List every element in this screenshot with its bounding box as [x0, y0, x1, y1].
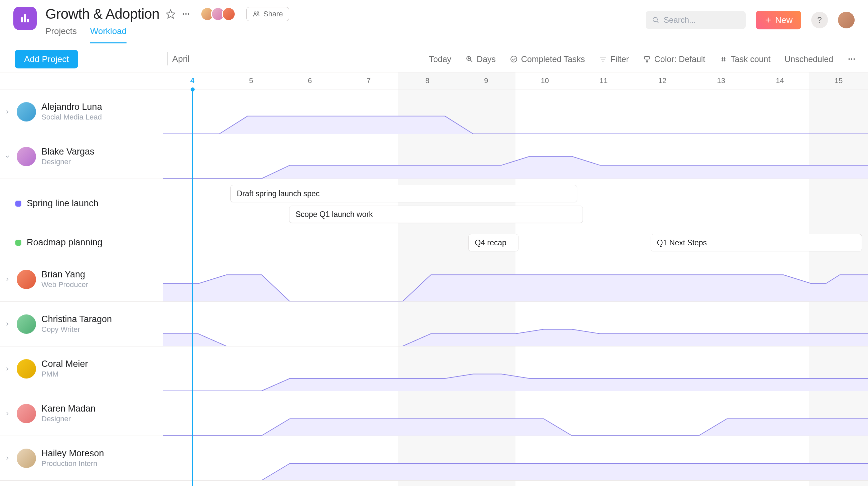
task-card[interactable]: Q1 Next Steps	[651, 234, 862, 251]
unassigned-row[interactable]: Unassigned	[0, 481, 163, 486]
timeline-lane[interactable]: Q4 recapQ1 Next Steps	[163, 228, 868, 257]
date-cell: 11	[574, 72, 633, 89]
timeline-lane[interactable]	[163, 391, 868, 436]
page-title: Growth & Adoption	[45, 6, 160, 22]
expand-toggle[interactable]	[3, 154, 11, 160]
person-row[interactable]: Blake Vargas Designer	[0, 134, 163, 179]
unscheduled-button[interactable]: Unscheduled	[784, 55, 833, 64]
svg-point-27	[848, 58, 850, 60]
expand-toggle[interactable]	[3, 277, 11, 282]
person-info: Coral Meier PMM	[41, 359, 88, 379]
check-circle-icon	[510, 55, 518, 63]
star-button[interactable]	[165, 9, 176, 19]
expand-toggle[interactable]	[3, 411, 11, 417]
workload-curve	[163, 257, 868, 301]
color-label: Color: Default	[654, 55, 705, 64]
toolbar-more-button[interactable]	[847, 55, 856, 63]
expand-toggle[interactable]	[3, 455, 11, 461]
task-card[interactable]: Q4 recap	[468, 234, 519, 251]
task-card[interactable]: Scope Q1 launch work	[289, 205, 583, 223]
timeline-lane[interactable]	[163, 436, 868, 481]
person-role: Designer	[41, 415, 95, 423]
person-info: Brian Yang Web Producer	[41, 269, 88, 289]
timeline-lane[interactable]	[163, 90, 868, 134]
search-input[interactable]	[664, 15, 740, 25]
timeline-lane[interactable]	[163, 347, 868, 391]
svg-point-29	[853, 58, 855, 60]
expand-toggle[interactable]	[3, 366, 11, 372]
timeline-lane[interactable]	[163, 257, 868, 302]
tab-projects[interactable]: Projects	[45, 26, 77, 43]
zoom-days-button[interactable]: Days	[465, 55, 496, 64]
more-button[interactable]	[182, 10, 190, 19]
today-button[interactable]: Today	[429, 55, 452, 64]
timeline-lane[interactable]	[163, 134, 868, 179]
color-button[interactable]: Color: Default	[643, 55, 705, 64]
help-button[interactable]: ?	[811, 12, 828, 28]
svg-line-10	[657, 21, 658, 23]
filter-label: Filter	[610, 55, 629, 64]
svg-point-7	[254, 12, 256, 14]
avatar	[17, 359, 36, 379]
header-right: New ?	[646, 11, 855, 29]
date-header: 456789101112131415	[0, 72, 868, 90]
svg-point-4	[183, 13, 184, 15]
dots-icon	[182, 10, 190, 19]
avatar	[17, 449, 36, 468]
hash-icon	[719, 55, 727, 63]
me-avatar[interactable]	[838, 12, 855, 28]
person-row[interactable]: Karen Madan Designer	[0, 391, 163, 436]
person-info: Blake Vargas Designer	[41, 147, 94, 166]
task-count-button[interactable]: Task count	[719, 55, 771, 64]
person-row[interactable]: Christina Taragon Copy Writer	[0, 302, 163, 347]
avatar	[17, 315, 36, 334]
person-row[interactable]: Brian Yang Web Producer	[0, 257, 163, 302]
person-role: Production Intern	[41, 459, 104, 468]
person-info: Alejandro Luna Social Media Lead	[41, 102, 102, 122]
expand-toggle[interactable]	[3, 109, 11, 115]
project-color-dot	[16, 240, 21, 246]
share-button[interactable]: Share	[246, 7, 289, 21]
tab-workload[interactable]: Workload	[90, 26, 127, 43]
person-role: Copy Writer	[41, 325, 112, 334]
person-row[interactable]: Hailey Moreson Production Intern	[0, 436, 163, 481]
person-row[interactable]: Alejandro Luna Social Media Lead	[0, 90, 163, 134]
task-card[interactable]: Draft spring launch spec	[230, 185, 577, 202]
chevron-down-icon	[4, 154, 10, 160]
header-main: Growth & Adoption Share Projects Workloa…	[45, 5, 646, 43]
person-role: Web Producer	[41, 280, 88, 289]
expand-toggle[interactable]	[3, 321, 11, 327]
person-name: Coral Meier	[41, 359, 88, 369]
workload-curve	[163, 436, 868, 480]
avatar	[17, 147, 36, 166]
task-count-label: Task count	[731, 55, 771, 64]
person-name: Christina Taragon	[41, 314, 112, 324]
svg-marker-3	[166, 10, 175, 19]
filter-button[interactable]: Filter	[599, 55, 629, 64]
project-row[interactable]: Roadmap planning	[0, 228, 163, 257]
svg-line-14	[470, 60, 472, 62]
svg-point-17	[511, 56, 517, 62]
person-name: Karen Madan	[41, 403, 95, 414]
new-button[interactable]: New	[756, 11, 801, 29]
project-row[interactable]: Spring line launch	[0, 179, 163, 228]
completed-tasks-button[interactable]: Completed Tasks	[510, 55, 585, 64]
completed-label: Completed Tasks	[521, 55, 585, 64]
timeline-lane[interactable]: Draft spring launch specScope Q1 launch …	[163, 179, 868, 228]
search-box[interactable]	[646, 11, 746, 29]
chevron-right-icon	[4, 455, 10, 461]
date-cell: 15	[809, 72, 868, 89]
add-project-button[interactable]: Add Project	[15, 50, 78, 68]
svg-rect-0	[21, 18, 23, 22]
svg-point-6	[188, 13, 189, 15]
person-row[interactable]: Coral Meier PMM	[0, 347, 163, 391]
timeline-lane[interactable]	[163, 302, 868, 347]
project-label: Roadmap planning	[27, 237, 102, 248]
month-label: April	[167, 52, 190, 65]
timeline-column[interactable]: Draft spring launch specScope Q1 launch …	[163, 90, 868, 486]
person-role: PMM	[41, 370, 88, 379]
collaborator-avatars[interactable]	[200, 7, 236, 21]
person-info: Karen Madan Designer	[41, 403, 95, 423]
svg-rect-2	[27, 19, 29, 23]
svg-point-9	[653, 18, 657, 22]
